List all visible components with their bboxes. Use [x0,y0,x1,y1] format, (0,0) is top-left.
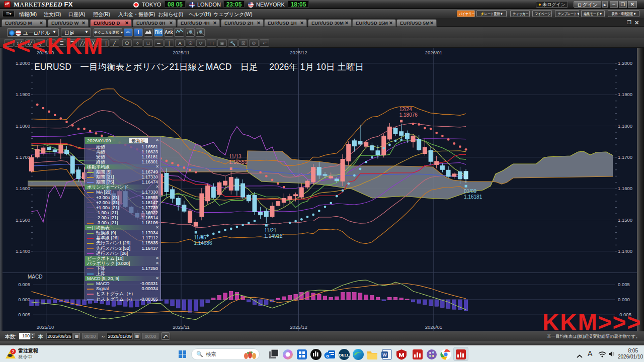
svg-text:0.005: 0.005 [18,282,30,287]
svg-text:2026/01: 2026/01 [425,50,442,55]
svg-text:0.005: 0.005 [618,282,630,287]
svg-text:2025/12: 2025/12 [290,50,307,55]
svg-text:11/21: 11/21 [264,228,277,233]
svg-text:2025/11: 2025/11 [173,324,190,330]
svg-text:1.14686: 1.14686 [194,240,212,246]
svg-text:1.1900: 1.1900 [618,92,632,97]
svg-text:2026/01: 2026/01 [425,324,442,330]
svg-text:1.16181: 1.16181 [464,194,482,200]
svg-text:1.1700: 1.1700 [16,154,30,160]
svg-text:1.1500: 1.1500 [618,217,632,223]
svg-text:1.16559: 1.16559 [229,159,248,165]
svg-text:1.1400: 1.1400 [16,248,30,254]
svg-text:1.1900: 1.1900 [16,92,30,97]
svg-text:MACD: MACD [28,274,42,280]
svg-text:0.000: 0.000 [18,297,30,302]
svg-text:1.1600: 1.1600 [618,186,632,191]
svg-text:W: W [382,352,387,357]
svg-text:1.1800: 1.1800 [16,123,30,129]
svg-text:1.1600: 1.1600 [16,186,30,191]
svg-text:1.18076: 1.18076 [399,112,418,118]
svg-text:2025/10: 2025/10 [37,324,54,330]
svg-text:o: o [326,353,329,358]
svg-text:-0.005: -0.005 [17,312,30,317]
svg-text:1.14912: 1.14912 [264,233,283,239]
svg-text:1.1700: 1.1700 [618,154,632,160]
svg-text:11/05: 11/05 [194,235,206,240]
svg-text:2025/11: 2025/11 [173,50,190,55]
svg-text:1.1500: 1.1500 [16,217,30,223]
svg-text:1.2000: 1.2000 [618,60,632,66]
svg-text:EURUSD 一目均衡表とボリバン21日線とMACD 日足: EURUSD 一目均衡表とボリバン21日線とMACD 日足 2026年 1月 1… [34,62,364,72]
svg-text:1.1800: 1.1800 [618,123,632,129]
svg-text:DELL: DELL [339,353,350,357]
svg-text:12/24: 12/24 [399,107,412,112]
svg-text:11/13: 11/13 [229,154,242,159]
svg-text:1.1400: 1.1400 [618,248,632,254]
svg-text:2025/12: 2025/12 [290,324,307,330]
svg-text:1.2000: 1.2000 [16,60,30,66]
svg-text:0.000: 0.000 [618,297,630,302]
svg-text:7: 7 [12,349,15,354]
svg-text:01/09: 01/09 [464,189,476,194]
